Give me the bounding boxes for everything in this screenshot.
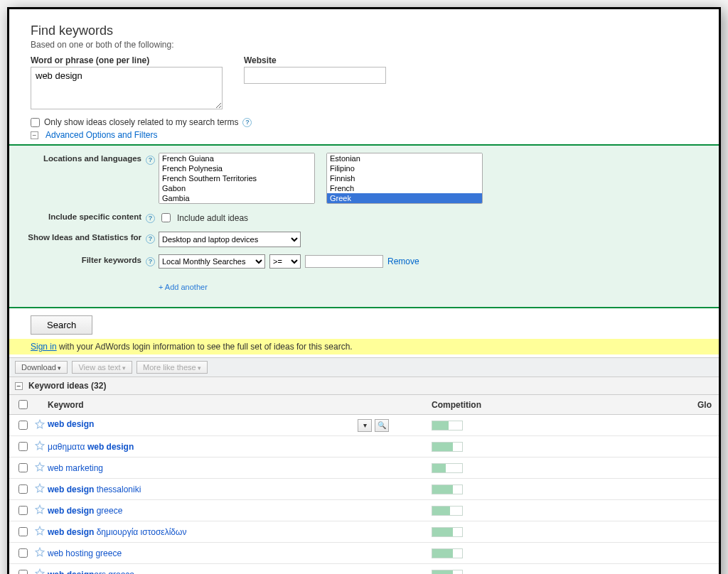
dropdown-icon[interactable]: ▾	[358, 419, 372, 432]
table-row: μαθηματα web design	[9, 436, 719, 457]
keyword-link[interactable]: web design	[48, 419, 94, 429]
row-checkbox[interactable]	[18, 442, 28, 451]
page-title: Find keywords	[31, 23, 705, 38]
page-subtitle: Based on one or both of the following:	[31, 40, 705, 50]
help-icon[interactable]: ?	[146, 214, 155, 223]
filter-op-select[interactable]: >=	[269, 254, 301, 269]
row-checkbox[interactable]	[18, 421, 28, 430]
keyword-link[interactable]: web design δημιουργία ιστοσελίδων	[48, 527, 186, 537]
table-row: web designers greece	[9, 564, 719, 574]
section-title: Keyword ideas (32)	[28, 381, 106, 391]
phrase-input[interactable]: web design	[31, 67, 223, 109]
row-checkbox[interactable]	[18, 506, 28, 515]
row-checkbox[interactable]	[18, 570, 28, 574]
keyword-link[interactable]: μαθηματα web design	[48, 442, 134, 452]
website-label: Website	[244, 55, 386, 65]
keyword-link[interactable]: web designers greece	[48, 570, 134, 575]
help-icon[interactable]: ?	[242, 118, 252, 127]
add-filter-link[interactable]: + Add another	[159, 283, 208, 291]
row-checkbox[interactable]	[18, 484, 28, 494]
row-checkbox[interactable]	[18, 548, 28, 558]
select-all-checkbox[interactable]	[18, 400, 28, 409]
table-row: web design greece	[9, 500, 719, 521]
row-checkbox[interactable]	[18, 527, 28, 536]
row-checkbox[interactable]	[18, 463, 28, 472]
competition-bar	[432, 442, 463, 452]
col-global[interactable]: Glo	[574, 400, 714, 410]
star-icon[interactable]	[35, 483, 45, 493]
star-icon[interactable]	[35, 568, 45, 574]
adv-options-toggle[interactable]: Advanced Options and Filters	[46, 130, 157, 140]
help-icon[interactable]: ?	[146, 156, 155, 165]
download-button[interactable]: Download	[15, 361, 68, 374]
filter-kw-label: Filter keywords	[18, 254, 146, 264]
more-like-these-button[interactable]: More like these	[136, 361, 208, 374]
competition-bar	[432, 484, 463, 494]
devices-select[interactable]: Desktop and laptop devices	[159, 232, 301, 247]
keyword-link[interactable]: web design thessaloniki	[48, 484, 141, 494]
collapse-icon[interactable]: −	[15, 382, 23, 390]
view-as-text-button[interactable]: View as text	[72, 361, 132, 374]
signin-banner: Sign in with your AdWords login informat…	[9, 339, 719, 354]
keyword-link[interactable]: web marketing	[48, 463, 103, 473]
phrase-label: Word or phrase (one per line)	[31, 55, 223, 65]
signin-link[interactable]: Sign in	[31, 342, 57, 352]
table-row: web design▾🔍	[9, 415, 719, 436]
show-ideas-label: Show Ideas and Statistics for	[18, 232, 146, 243]
col-keyword[interactable]: Keyword	[48, 400, 432, 410]
collapse-icon[interactable]: −	[31, 131, 38, 139]
languages-listbox[interactable]: DutchEstonianFilipinoFinnishFrenchGreek	[326, 153, 483, 204]
filter-remove-link[interactable]: Remove	[387, 256, 419, 266]
filter-value-input[interactable]	[305, 255, 383, 268]
only-closely-label: Only show ideas closely related to my se…	[44, 117, 238, 127]
star-icon[interactable]	[35, 462, 45, 472]
table-row: web design thessaloniki	[9, 479, 719, 500]
competition-bar	[432, 570, 463, 575]
keyword-link[interactable]: web design greece	[48, 506, 122, 516]
star-icon[interactable]	[35, 547, 45, 557]
loc-lang-label: Locations and languages	[18, 153, 146, 163]
competition-bar	[432, 421, 463, 430]
col-competition[interactable]: Competition	[432, 400, 574, 410]
table-row: web design δημιουργία ιστοσελίδων	[9, 521, 719, 543]
toolbar: Download View as text More like these	[9, 357, 719, 377]
filter-metric-select[interactable]: Local Monthly Searches	[159, 254, 265, 269]
signin-text: with your AdWords login information to s…	[57, 342, 353, 352]
keyword-link[interactable]: web hosting greece	[48, 548, 122, 558]
star-icon[interactable]	[35, 526, 45, 536]
only-closely-checkbox[interactable]	[31, 118, 40, 127]
star-icon[interactable]	[35, 504, 45, 514]
search-button[interactable]: Search	[31, 315, 92, 335]
include-specific-label: Include specific content	[18, 211, 146, 221]
website-input[interactable]	[244, 67, 386, 84]
competition-bar	[432, 506, 463, 516]
table-header: Keyword Competition Glo	[9, 395, 719, 415]
table-row: web hosting greece	[9, 543, 719, 564]
star-icon[interactable]	[35, 440, 45, 450]
include-adult-checkbox[interactable]	[161, 213, 171, 222]
advanced-panel: Locations and languages ? French GuianaF…	[9, 144, 719, 308]
competition-bar	[432, 463, 463, 473]
table-row: web marketing	[9, 457, 719, 479]
competition-bar	[432, 527, 463, 537]
include-adult-label: Include adult ideas	[177, 213, 248, 223]
search-icon[interactable]: 🔍	[375, 419, 389, 432]
help-icon[interactable]: ?	[146, 234, 155, 244]
competition-bar	[432, 548, 463, 558]
locations-listbox[interactable]: French GuianaFrench PolynesiaFrench Sout…	[159, 153, 315, 204]
help-icon[interactable]: ?	[146, 257, 155, 266]
star-icon[interactable]	[35, 419, 45, 429]
